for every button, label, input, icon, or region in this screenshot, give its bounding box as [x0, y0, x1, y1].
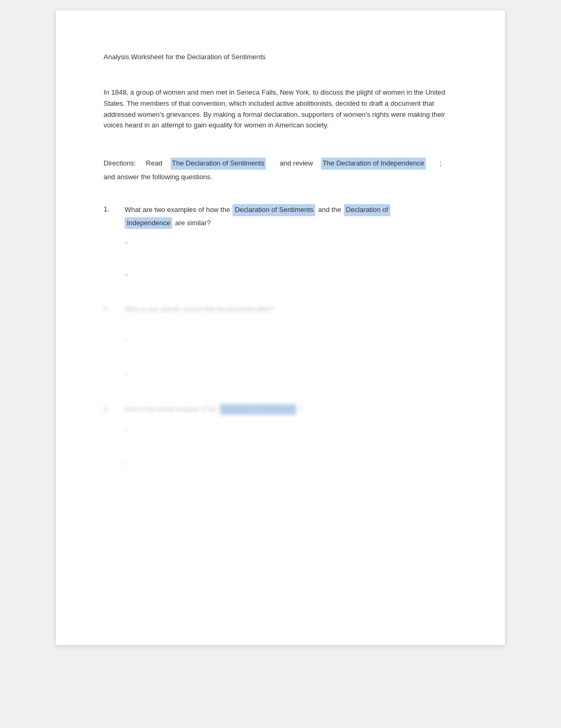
directions-read: Read — [146, 158, 162, 169]
q2-answers: ○ ○ — [125, 336, 457, 377]
q1-text-before: What are two examples of how the — [125, 205, 230, 216]
directions-and-review: and review — [280, 158, 313, 169]
q2-answer-line-2: ○ — [125, 370, 457, 377]
bullet-6: ○ — [125, 459, 130, 467]
q3-answer-line-1: ○ — [125, 426, 457, 433]
question-3: 3. How is the overall purpose of the Dec… — [104, 404, 457, 415]
question-1-number: 1. — [104, 204, 125, 229]
q3-blurred-after: ? — [299, 404, 303, 414]
q1-highlight-doi: Declaration of — [344, 204, 390, 216]
q1-highlight-independence: Independence — [125, 217, 172, 229]
q2-blurred-text: What is one specific reason that the doc… — [125, 306, 274, 313]
bullet-5: ○ — [125, 426, 130, 433]
directions-doc2: The Declaration of Independence — [321, 158, 426, 170]
directions-rest: and answer the following questions. — [104, 173, 212, 181]
bullet-1: ○ — [125, 239, 130, 245]
q3-answer-line-2: ○ — [125, 459, 457, 467]
document-page: Analysis Worksheet for the Declaration o… — [56, 11, 505, 645]
question-3-number: 3. — [104, 404, 125, 415]
q1-text-after: are similar? — [175, 218, 210, 229]
directions-section: Directions: Read The Declaration of Sent… — [104, 158, 457, 183]
question-1: 1. What are two examples of how the Decl… — [104, 204, 457, 229]
bullet-2: ○ — [125, 272, 130, 278]
q1-and-the: and the — [318, 205, 341, 216]
directions-semicolon: ; — [440, 158, 442, 169]
q1-highlight-dos: Declaration of Sentiments — [232, 204, 315, 216]
bullet-4: ○ — [125, 370, 130, 377]
question-3-text: How is the overall purpose of the Declar… — [125, 404, 457, 415]
directions-label: Directions: — [104, 158, 136, 169]
question-1-text: What are two examples of how the Declara… — [125, 204, 457, 229]
q3-answers: ○ ○ — [125, 426, 457, 467]
q1-answer-line-2: ○ — [125, 272, 457, 278]
q3-blurred-highlight: Declaration of Sentiments — [220, 404, 296, 415]
q2-answer-line-1: ○ — [125, 336, 457, 344]
question-2-text: What is one specific reason that the doc… — [125, 304, 457, 315]
question-2-number: 2. — [104, 304, 125, 315]
intro-paragraph: In 1848, a group of women and men met in… — [104, 87, 457, 131]
q3-blurred-before: How is the overall purpose of the — [125, 404, 217, 414]
q1-answer-line-1: ○ — [125, 239, 457, 245]
q1-answers: ○ ○ — [125, 239, 457, 278]
questions-section: 1. What are two examples of how the Decl… — [104, 204, 457, 467]
document-title: Analysis Worksheet for the Declaration o… — [104, 53, 457, 61]
directions-doc1: The Declaration of Sentiments — [171, 158, 266, 170]
bullet-3: ○ — [125, 336, 130, 344]
question-2: 2. What is one specific reason that the … — [104, 304, 457, 315]
